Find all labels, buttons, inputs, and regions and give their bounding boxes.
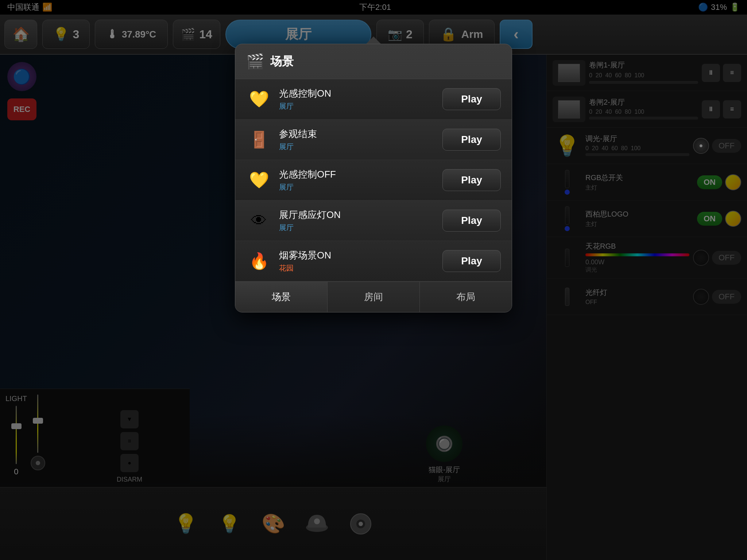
modal-header: 🎬 场景 [235, 44, 512, 79]
scene3-room: 展厅 [279, 182, 435, 192]
tab-layout[interactable]: 布局 [420, 282, 512, 312]
scene2-room: 展厅 [279, 142, 435, 152]
scene-item-1: 💛 光感控制ON 展厅 Play [235, 79, 512, 120]
scene5-room: 花园 [279, 263, 435, 273]
scene3-name: 光感控制OFF [279, 168, 435, 181]
scene4-play-button[interactable]: Play [442, 210, 501, 232]
modal-body: 💛 光感控制ON 展厅 Play 🚪 参观结束 展厅 [235, 79, 512, 281]
scene5-play-button[interactable]: Play [442, 250, 501, 272]
tab-scenes[interactable]: 场景 [235, 282, 328, 312]
scene-item-3: 💛 光感控制OFF 展厅 Play [235, 160, 512, 201]
scene2-info: 参观结束 展厅 [279, 128, 435, 152]
scene3-info: 光感控制OFF 展厅 [279, 168, 435, 192]
scene3-icon: 💛 [246, 167, 272, 193]
scene2-name: 参观结束 [279, 128, 435, 140]
scene4-room: 展厅 [279, 223, 435, 233]
scene1-name: 光感控制ON [279, 87, 435, 100]
modal-title: 场景 [270, 54, 294, 70]
scene5-name: 烟雾场景ON [279, 249, 435, 262]
tab-rooms[interactable]: 房间 [328, 282, 420, 312]
scene-item-2: 🚪 参观结束 展厅 Play [235, 120, 512, 160]
modal-overlay: 🎬 场景 💛 光感控制ON 展厅 Play [0, 0, 747, 560]
scene1-room: 展厅 [279, 101, 435, 111]
scene5-icon: 🔥 [246, 248, 272, 274]
scene5-info: 烟雾场景ON 花园 [279, 249, 435, 273]
modal-footer: 场景 房间 布局 [235, 281, 512, 312]
scene1-play-button[interactable]: Play [442, 88, 501, 110]
scene-modal: 🎬 场景 💛 光感控制ON 展厅 Play [235, 44, 512, 312]
scene4-info: 展厅感应灯ON 展厅 [279, 209, 435, 233]
scene-item-4: 👁 展厅感应灯ON 展厅 Play [235, 201, 512, 241]
scene2-icon: 🚪 [246, 127, 272, 152]
scene4-icon: 👁 [246, 208, 272, 233]
scene4-name: 展厅感应灯ON [279, 209, 435, 221]
modal-scene-icon: 🎬 [246, 53, 264, 70]
scene2-play-button[interactable]: Play [442, 129, 501, 151]
scene3-play-button[interactable]: Play [442, 169, 501, 191]
scene1-info: 光感控制ON 展厅 [279, 87, 435, 111]
modal-arrow [366, 36, 381, 44]
scene1-icon: 💛 [246, 86, 272, 112]
scene-item-5: 🔥 烟雾场景ON 花园 Play [235, 241, 512, 281]
modal-wrapper: 🎬 场景 💛 光感控制ON 展厅 Play [235, 44, 512, 312]
